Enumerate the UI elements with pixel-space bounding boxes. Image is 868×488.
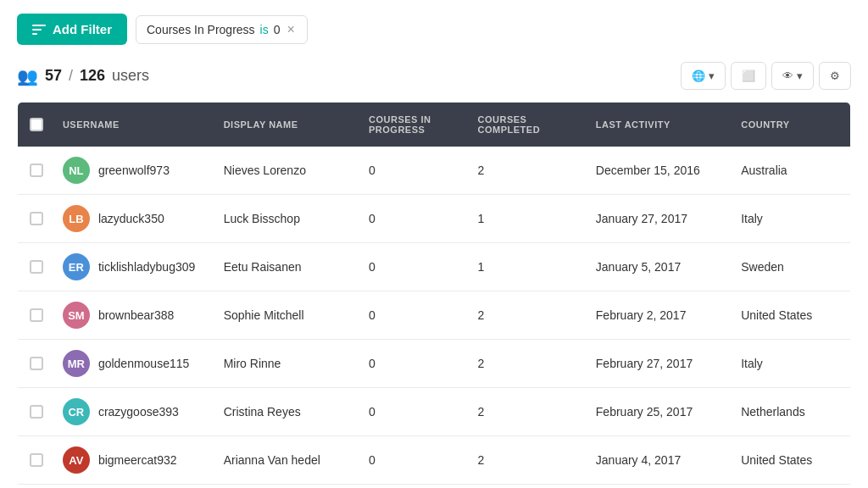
col-header-checkbox — [18, 103, 54, 147]
top-bar: Add Filter Courses In Progress is 0 × — [17, 14, 851, 45]
row-display-name-cell: Eetu Raisanen — [215, 243, 360, 291]
row-checkbox-cell — [18, 147, 54, 195]
table-row: RRbigrabbit664Rose Renaud01January 15, 2… — [18, 485, 851, 489]
col-header-courses-progress[interactable]: COURSES IN PROGRESS — [360, 103, 470, 147]
row-courses-completed-cell: 2 — [470, 388, 587, 436]
table-row: AVbigmeercat932Arianna Van hedel02Januar… — [18, 436, 851, 485]
row-display-name-cell: Sophie Mitchell — [215, 291, 360, 340]
table-row: MRgoldenmouse115Miro Rinne02February 27,… — [18, 340, 851, 388]
row-checkbox-cell — [18, 243, 54, 291]
row-country-cell: United States — [732, 291, 850, 340]
avatar: CR — [63, 398, 90, 425]
settings-icon: ⚙ — [830, 69, 840, 82]
row-courses-completed-cell: 1 — [470, 243, 587, 291]
table-header-row: USERNAME DISPLAY NAME COURSES IN PROGRES… — [18, 103, 851, 147]
view-chevron: ▾ — [797, 69, 803, 82]
row-country-cell: Australia — [732, 147, 850, 195]
chart-icon: 🌐 — [692, 69, 705, 82]
table-body: NLgreenwolf973Nieves Lorenzo02December 1… — [18, 147, 851, 488]
row-courses-progress-cell: 0 — [360, 485, 470, 489]
add-filter-label: Add Filter — [53, 22, 112, 36]
row-courses-progress-cell: 0 — [360, 291, 470, 340]
users-count: 👥 57 / 126 users — [17, 66, 149, 86]
row-courses-completed-cell: 1 — [470, 195, 587, 243]
row-display-name-cell: Arianna Van hedel — [215, 436, 360, 485]
filter-chip-label: Courses In Progress — [147, 23, 255, 36]
row-checkbox-cell — [18, 291, 54, 340]
users-total: 126 — [80, 67, 105, 85]
table-row: NLgreenwolf973Nieves Lorenzo02December 1… — [18, 147, 851, 195]
row-checkbox[interactable] — [30, 308, 43, 322]
row-display-name-cell: Nieves Lorenzo — [215, 147, 360, 195]
row-country-cell: France — [732, 485, 850, 489]
col-header-username[interactable]: USERNAME — [54, 103, 215, 147]
row-courses-completed-cell: 2 — [470, 340, 587, 388]
view-button[interactable]: 👁 ▾ — [771, 62, 814, 90]
row-country-cell: Italy — [732, 195, 850, 243]
row-last-activity-cell: January 15, 2017 — [587, 485, 732, 489]
filter-chip-keyword: is — [260, 23, 269, 36]
row-checkbox[interactable] — [30, 212, 43, 225]
avatar: ER — [63, 253, 90, 280]
row-courses-completed-cell: 2 — [470, 147, 587, 195]
users-table: USERNAME DISPLAY NAME COURSES IN PROGRES… — [17, 102, 851, 488]
row-courses-progress-cell: 0 — [360, 147, 470, 195]
row-checkbox[interactable] — [30, 260, 43, 274]
row-checkbox[interactable] — [30, 405, 43, 419]
row-checkbox-cell — [18, 340, 54, 388]
filter-chip-close-button[interactable]: × — [286, 23, 297, 36]
row-username-cell: AVbigmeercat932 — [54, 436, 215, 485]
row-country-cell: Netherlands — [732, 388, 850, 436]
row-checkbox-cell — [18, 485, 54, 489]
row-country-cell: Sweden — [732, 243, 850, 291]
row-courses-completed-cell: 1 — [470, 485, 587, 489]
chart-button[interactable]: 🌐 ▾ — [681, 62, 726, 90]
avatar: NL — [63, 157, 90, 184]
username-text: greenwolf973 — [98, 164, 170, 177]
row-courses-progress-cell: 0 — [360, 195, 470, 243]
header-checkbox[interactable] — [30, 118, 43, 131]
col-header-country[interactable]: COUNTRY — [732, 103, 850, 147]
row-display-name-cell: Luck Bisschop — [215, 195, 360, 243]
row-last-activity-cell: January 4, 2017 — [587, 436, 732, 485]
username-text: goldenmouse115 — [98, 357, 189, 370]
row-courses-completed-cell: 2 — [470, 291, 587, 340]
col-header-courses-completed[interactable]: COURSES COMPLETED — [470, 103, 587, 147]
export-icon: ⬜ — [742, 69, 755, 82]
row-last-activity-cell: February 27, 2017 — [587, 340, 732, 388]
settings-button[interactable]: ⚙ — [819, 62, 851, 90]
username-text: lazyduck350 — [98, 212, 164, 225]
row-username-cell: SMbrownbear388 — [54, 291, 215, 340]
toolbar-icons: 🌐 ▾ ⬜ 👁 ▾ ⚙ — [681, 62, 851, 90]
col-header-last-activity[interactable]: LAST ACTIVITY — [587, 103, 732, 147]
table-row: SMbrownbear388Sophie Mitchell02February … — [18, 291, 851, 340]
export-button[interactable]: ⬜ — [731, 62, 766, 90]
row-username-cell: LBlazyduck350 — [54, 195, 215, 243]
row-checkbox[interactable] — [30, 357, 43, 370]
users-label: users — [112, 67, 149, 85]
filter-icon — [32, 25, 46, 35]
users-separator: / — [69, 67, 73, 85]
row-courses-completed-cell: 2 — [470, 436, 587, 485]
row-courses-progress-cell: 0 — [360, 388, 470, 436]
avatar: LB — [63, 205, 90, 232]
users-shown: 57 — [45, 67, 62, 85]
eye-icon: 👁 — [782, 69, 793, 82]
row-last-activity-cell: December 15, 2016 — [587, 147, 732, 195]
table-row: ERticklishladybug309Eetu Raisanen01Janua… — [18, 243, 851, 291]
row-country-cell: Italy — [732, 340, 850, 388]
row-checkbox[interactable] — [30, 164, 43, 177]
table-row: LBlazyduck350Luck Bisschop01January 27, … — [18, 195, 851, 243]
row-username-cell: ERticklishladybug309 — [54, 243, 215, 291]
users-icon: 👥 — [17, 66, 38, 86]
users-row: 👥 57 / 126 users 🌐 ▾ ⬜ 👁 ▾ ⚙ — [17, 62, 851, 90]
row-last-activity-cell: February 25, 2017 — [587, 388, 732, 436]
chart-chevron: ▾ — [709, 69, 715, 82]
row-username-cell: RRbigrabbit664 — [54, 485, 215, 489]
filter-chip: Courses In Progress is 0 × — [136, 15, 308, 44]
row-last-activity-cell: February 2, 2017 — [587, 291, 732, 340]
add-filter-button[interactable]: Add Filter — [17, 14, 127, 45]
table-row: CRcrazygoose393Cristina Reyes02February … — [18, 388, 851, 436]
col-header-display-name[interactable]: DISPLAY NAME — [215, 103, 360, 147]
row-checkbox[interactable] — [30, 453, 43, 467]
